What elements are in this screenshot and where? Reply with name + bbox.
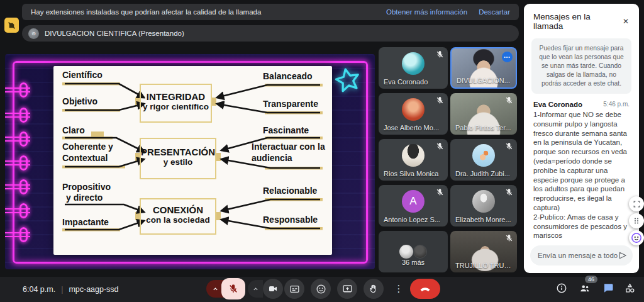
participant-tile-eva-coronado[interactable]: Eva Coronado <box>379 47 448 89</box>
send-icon <box>618 250 628 260</box>
slide-box-title: CONEXIÓN <box>141 204 215 215</box>
info-icon <box>556 282 567 294</box>
chat-bubble-icon <box>602 282 614 294</box>
spiral-ring-icon <box>19 108 28 123</box>
more-horizontal-icon: ••• <box>504 55 510 59</box>
dots-grid-icon <box>633 217 640 225</box>
camera-off-icon <box>8 21 16 30</box>
chat-message-input[interactable] <box>538 252 618 259</box>
spiral-ring-icon <box>19 131 28 147</box>
participant-tile-divulgacion[interactable]: ••• DIVULGACIÓN... <box>450 47 517 89</box>
slide-label: Transparente <box>263 99 318 109</box>
spiral-ring-icon <box>19 179 28 194</box>
spiral-ring-icon <box>19 82 28 98</box>
avatar <box>472 190 495 213</box>
captions-button[interactable] <box>284 279 304 299</box>
slide-label: Contextual <box>62 153 108 164</box>
message-time: 5:46 p.m. <box>603 100 630 108</box>
slide-label: Responsable <box>263 215 318 225</box>
participant-tile-elizabeth-monreal[interactable]: Elizabeth Monre... <box>450 185 517 226</box>
meet-control-bar: 6:04 p.m. | mpc-aagp-ssd ⋮ <box>0 277 644 302</box>
clock-time: 6:04 p.m. <box>23 285 55 294</box>
shared-screen-presentation: Científico Objetivo Balanceado Transpare… <box>5 54 375 269</box>
slide-box-title: PRESENTACIÓN <box>141 147 215 157</box>
activities-button[interactable] <box>624 282 636 296</box>
mic-off-icon <box>505 96 513 104</box>
send-message-button[interactable] <box>618 250 628 260</box>
participant-tile-judith-zubi[interactable]: Dra. Judith Zubi... <box>450 139 517 181</box>
slide-box-integridad: INTEGRIDAD y rigor científico <box>140 84 212 123</box>
present-screen-button[interactable] <box>337 279 357 299</box>
stacked-avatars <box>399 245 427 259</box>
more-participants-tile[interactable]: 36 más <box>379 231 448 272</box>
slide-label: audiencia <box>252 153 292 164</box>
raise-hand-button[interactable] <box>364 279 384 299</box>
leave-call-button[interactable] <box>410 279 440 299</box>
chat-toggle-button[interactable] <box>602 282 614 296</box>
participant-tile-pablo-pintos[interactable]: Pablo Pintos Ter... <box>450 93 517 135</box>
spiral-ring-icon <box>19 155 28 171</box>
emoji-tool-button[interactable] <box>629 230 644 245</box>
participants-button[interactable] <box>579 282 591 296</box>
raise-hand-icon <box>369 284 379 294</box>
star-icon <box>334 67 362 94</box>
more-options-button[interactable]: ⋮ <box>389 279 409 299</box>
participant-name: TRUJILLO TRUJI... <box>455 262 512 269</box>
presenting-label: DIVULGACION CIENTIFICA (Presentando) <box>45 30 184 37</box>
close-icon[interactable]: ✕ <box>620 16 631 27</box>
spiral-ring-icon <box>19 203 28 218</box>
chat-title: Mensajes en la llamada <box>533 12 620 31</box>
camera-toggle-button[interactable] <box>263 279 283 299</box>
captions-icon <box>289 284 300 294</box>
participant-name: Eva Coronado <box>384 78 443 86</box>
slide-box-conexion: CONEXIÓN con la sociedad <box>140 198 216 235</box>
tile-options-button[interactable]: ••• <box>502 52 513 62</box>
grid-tool-button[interactable] <box>629 213 644 228</box>
chat-message: Eva Coronado 5:46 p.m. 1-Informar que NO… <box>533 100 630 242</box>
meet-window: Hay extensiones instaladas que podrían a… <box>0 0 644 302</box>
extension-icon[interactable] <box>4 18 19 33</box>
end-call-icon <box>419 285 431 293</box>
slide-label: Propositivo <box>62 182 111 193</box>
participant-name: DIVULGACIÓN... <box>457 77 511 84</box>
slide-content: Científico Objetivo Balanceado Transpare… <box>53 66 332 255</box>
avatar-initial: A <box>402 190 425 213</box>
participant-tile-jose-alberto[interactable]: Jose Alberto Mo... <box>379 93 448 135</box>
dismiss-link[interactable]: Descartar <box>479 8 510 16</box>
meeting-code: mpc-aagp-ssd <box>69 285 118 294</box>
mic-off-icon <box>505 188 513 196</box>
participant-name: Pablo Pintos Ter... <box>455 124 512 131</box>
camera-icon <box>268 284 278 294</box>
camera-options-chevron[interactable] <box>248 280 263 298</box>
call-info-button[interactable] <box>556 282 567 296</box>
slide-label: Claro <box>62 125 85 136</box>
avatar <box>472 144 495 167</box>
slide-label: Coherente y <box>62 142 113 152</box>
divider: | <box>61 285 63 294</box>
chat-panel: Mensajes en la llamada ✕ Puedes fijar un… <box>524 4 639 273</box>
slide-label: y directo <box>66 193 103 203</box>
chat-message-list[interactable]: Eva Coronado 5:46 p.m. 1-Informar que NO… <box>524 99 639 242</box>
mic-off-icon <box>436 96 444 104</box>
slide-box-title: INTEGRIDAD <box>141 91 211 102</box>
slide-label: Fascinante <box>263 125 309 136</box>
slide-label: Científico <box>62 70 103 81</box>
slide-box-subtitle: y estilo <box>141 157 215 167</box>
participant-tile-antonio-lopez[interactable]: A Antonio Lopez S... <box>379 185 448 226</box>
microphone-toggle-button[interactable] <box>221 278 245 299</box>
screen-capture-tool-button[interactable] <box>629 196 644 211</box>
reactions-button[interactable] <box>311 279 331 299</box>
avatar <box>402 52 425 75</box>
slide-label: Relacionable <box>263 186 317 196</box>
participant-tile-trujillo[interactable]: TRUJILLO TRUJI... <box>450 231 517 272</box>
chevron-up-icon <box>212 286 219 293</box>
mic-off-icon <box>436 188 444 196</box>
learn-more-link[interactable]: Obtener más información <box>386 8 467 16</box>
mic-off-icon <box>436 50 444 59</box>
participant-tile-rios-silva[interactable]: Rios Silva Monica <box>379 139 448 181</box>
activities-shapes-icon <box>624 282 636 294</box>
presenting-banner[interactable]: ⊙ DIVULGACION CIENTIFICA (Presentando) <box>22 25 519 42</box>
spiral-ring-icon <box>19 227 28 242</box>
more-vertical-icon: ⋮ <box>394 283 404 294</box>
message-text: 1-Informar que NO se debe consumir pulpo… <box>533 110 630 242</box>
